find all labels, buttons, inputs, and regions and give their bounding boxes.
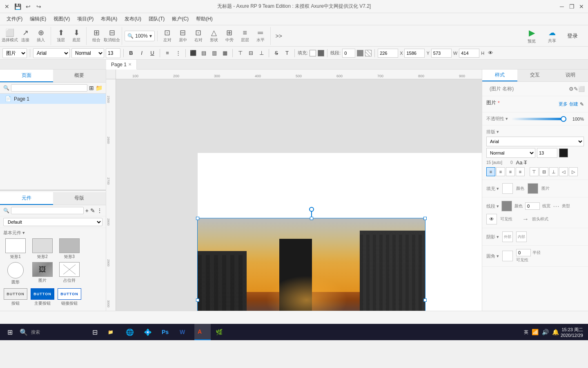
tab-masters[interactable]: 母版 [53, 192, 106, 205]
align-right-btn[interactable]: ≡ [506, 167, 515, 176]
zoom-control[interactable]: 🔍 100% ▾ [125, 31, 155, 41]
layer-button[interactable]: ≡ 层层 [238, 27, 252, 45]
ungroup-button[interactable]: ⊟ 取消组合 [105, 27, 119, 45]
align-justify-btn[interactable]: ≡ [516, 167, 525, 176]
w-input[interactable] [431, 49, 452, 58]
vert-bot-btn[interactable]: ⊥ [549, 167, 558, 176]
stroke-color-swatch[interactable] [357, 50, 363, 56]
y-input[interactable] [404, 49, 425, 58]
stroke-type-icon[interactable]: ⋯ [553, 202, 559, 210]
handle-tl[interactable] [196, 217, 199, 220]
corner-radius-input[interactable] [516, 249, 531, 256]
menu-help[interactable]: 帮助(H) [193, 14, 216, 24]
vert-align-mid-button[interactable]: ⊟ [246, 49, 255, 58]
comp-item-placeholder[interactable]: 占位符 [57, 262, 82, 285]
group-button[interactable]: ⊞ 组合 [89, 27, 104, 45]
add-page-icon[interactable]: ⊞ [89, 85, 94, 91]
menu-layout[interactable]: 布局(A) [98, 14, 120, 24]
preview-button[interactable]: ▶ 预览 [522, 27, 541, 45]
connect-button[interactable]: ↗ 连接 [18, 27, 33, 45]
network-icon[interactable]: 📶 [532, 329, 539, 335]
water-button[interactable]: ═ 水平 [253, 27, 268, 45]
menu-file[interactable]: 文件(F) [3, 14, 26, 24]
align-left-button[interactable]: ⊡ 左对 [160, 27, 175, 45]
taskbar-app-photoshop[interactable]: Ps [158, 324, 175, 340]
vert-top-btn[interactable]: ⊤ [530, 167, 539, 176]
start-button[interactable]: ⊞ [2, 324, 18, 340]
align-left-btn[interactable]: ≡ [486, 167, 495, 176]
align-right-button[interactable]: ⊡ 右对 [191, 27, 206, 45]
text-decoration2-button[interactable]: T [283, 49, 292, 58]
tab-pages[interactable]: 页面 [0, 70, 53, 82]
image-edit-icon[interactable]: ✎ [580, 101, 584, 107]
folder-icon[interactable]: 📁 [96, 85, 102, 91]
comp-item-image[interactable]: 🖼 图片 [30, 262, 55, 285]
tab-outline[interactable]: 概要 [53, 70, 106, 82]
indent-inc-btn[interactable]: ▷ [569, 167, 578, 176]
bold-button[interactable]: B [127, 49, 136, 58]
fill-gradient-swatch[interactable] [318, 50, 324, 56]
comp-item-circle[interactable]: 圆形 [3, 262, 28, 285]
shape-button[interactable]: △ 形状 [207, 27, 221, 45]
align-center-btn[interactable]: ≡ [496, 167, 505, 176]
fill-color-preview[interactable] [502, 183, 513, 194]
comp-edit-icon[interactable]: ✎ [90, 207, 95, 214]
share-button[interactable]: ☁ 共享 [542, 27, 562, 45]
canvas-viewport[interactable]: 激活 Windows 转到"设置"以激活Windows。 [116, 79, 482, 311]
comp-library-select[interactable]: Default [3, 218, 102, 226]
comp-item-rect2[interactable]: 矩形2 [30, 238, 55, 260]
top-layer-button[interactable]: ⬆ 顶层 [53, 27, 68, 45]
canvas-area[interactable]: 100 200 300 400 500 600 700 800 900 2500… [106, 70, 482, 311]
lang-indicator[interactable]: 英 [524, 329, 528, 335]
handle-tr[interactable] [423, 217, 427, 220]
notification-icon[interactable]: 🔔 [552, 329, 559, 335]
insert-button[interactable]: ⊕ 插入 [33, 27, 48, 45]
copy-icon[interactable]: ⬜ [578, 86, 585, 92]
right-font-select[interactable]: Arial [486, 137, 584, 146]
menu-account[interactable]: 账户(C) [169, 14, 192, 24]
inner-shadow-box[interactable]: 内部 [516, 231, 527, 242]
undo-icon[interactable]: ↩ [24, 3, 32, 10]
taskbar-app-explorer[interactable]: 📁 [105, 324, 121, 340]
text-align-left-button[interactable]: ⬛ [189, 49, 198, 58]
numbered-list-button[interactable]: ⋮ [174, 49, 183, 58]
x-input[interactable] [378, 49, 398, 58]
menu-team[interactable]: 团队(T) [145, 14, 168, 24]
opacity-slider[interactable] [511, 118, 566, 120]
menu-edit[interactable]: 编辑(E) [27, 14, 49, 24]
widget-name-input[interactable] [486, 83, 569, 94]
tab-interaction[interactable]: 交互 [517, 70, 552, 81]
comp-item-rect3[interactable]: 矩形3 [57, 238, 82, 260]
comp-search-input[interactable] [11, 207, 84, 214]
align-center-button[interactable]: ⊟ 居中 [176, 27, 190, 45]
font-style-select[interactable]: Normal [71, 48, 104, 58]
tab-components[interactable]: 元件 [0, 192, 53, 205]
handle-ml[interactable] [196, 298, 199, 302]
comp-item-link-button[interactable]: BUTTON 链接按钮 [57, 288, 82, 306]
menu-view[interactable]: 视图(V) [50, 14, 73, 24]
comp-item-rect1[interactable]: 矩形1 [3, 238, 28, 260]
tab-close-icon[interactable]: ✕ [128, 62, 131, 67]
underline-button[interactable]: U [148, 49, 157, 58]
search-button[interactable]: 🔍 搜索 [20, 324, 85, 340]
minimize-button[interactable]: ─ [559, 3, 565, 10]
text-strikethrough-icon[interactable]: T̶ [524, 160, 527, 166]
handle-mr[interactable] [423, 298, 427, 302]
visibility-toggle-button[interactable]: 👁 [486, 49, 495, 58]
vert-mid-btn[interactable]: ⊟ [539, 167, 548, 176]
right-font-color-swatch[interactable] [559, 148, 568, 157]
filter-icon[interactable]: ⚙ [569, 86, 574, 92]
middle-button[interactable]: ⊞ 中旁 [222, 27, 237, 45]
bullet-list-button[interactable]: ≡ [163, 49, 172, 58]
save-icon[interactable]: 💾 [14, 3, 21, 10]
comp-add-icon[interactable]: + [85, 207, 89, 214]
login-button[interactable]: 登录 [563, 27, 582, 45]
text-style-icon[interactable]: Aa [516, 159, 522, 166]
comp-item-button[interactable]: BUTTON 按钮 [3, 288, 28, 306]
rotation-handle[interactable] [309, 207, 314, 212]
menu-project[interactable]: 项目(P) [74, 14, 97, 24]
fill-image-preview[interactable] [528, 183, 538, 194]
close-button[interactable]: ✕ [578, 3, 585, 10]
tab-notes[interactable]: 说明 [553, 70, 588, 81]
taskbar-app-word[interactable]: W [176, 324, 193, 340]
